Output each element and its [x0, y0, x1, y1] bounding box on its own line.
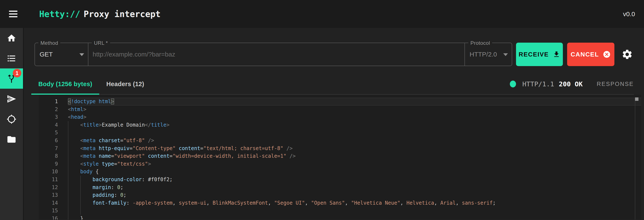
line-number[interactable]: 1: [39, 98, 68, 106]
line-number[interactable]: 7: [39, 144, 68, 152]
bracket-match: >: [111, 99, 114, 104]
receive-button[interactable]: RECEIVE: [516, 43, 563, 66]
code-line[interactable]: 6 <meta charset="utf-8" />: [39, 137, 641, 144]
method-select[interactable]: Method GET: [34, 43, 88, 66]
line-number[interactable]: 13: [39, 191, 68, 199]
indent-guide: [80, 191, 81, 199]
code-line[interactable]: 5: [39, 129, 641, 137]
line-number[interactable]: 8: [39, 152, 68, 160]
code-text[interactable]: font-family: -apple-system, system-ui, B…: [68, 199, 641, 207]
code-token: type: [102, 161, 114, 167]
code-token: 0: [120, 192, 123, 198]
method-label: Method: [38, 40, 60, 46]
code-line[interactable]: 9 <style type="text/css">: [39, 160, 641, 168]
indent-guide: [68, 121, 68, 129]
code-text[interactable]: <head>: [68, 113, 641, 121]
line-number[interactable]: 11: [39, 176, 68, 183]
code-line[interactable]: 14 font-family: -apple-system, system-ui…: [39, 199, 641, 207]
method-value: GET: [40, 51, 53, 58]
code-line[interactable]: 2<html>: [39, 106, 641, 113]
indent-guide: [68, 168, 68, 176]
code-text[interactable]: <title>Example Domain</title>: [68, 121, 641, 129]
line-number[interactable]: 10: [39, 168, 68, 176]
sidebar-item-proxy-logs[interactable]: [0, 48, 23, 68]
code-text[interactable]: body {: [68, 168, 641, 176]
protocol-select[interactable]: Protocol HTTP/2.0: [464, 43, 512, 66]
code-token: [99, 161, 102, 167]
settings-button[interactable]: [620, 43, 634, 66]
code-token: "text/html; charset=utf-8": [204, 145, 284, 151]
line-number[interactable]: 4: [39, 121, 68, 129]
code-line[interactable]: 15: [39, 207, 641, 215]
line-number[interactable]: 9: [39, 160, 68, 168]
indent-guide: [68, 215, 68, 219]
code-token: meta: [83, 137, 96, 143]
code-text[interactable]: [68, 207, 641, 215]
code-token: html: [71, 106, 83, 112]
code-token: meta: [83, 145, 96, 151]
code-text[interactable]: <html>: [68, 106, 641, 113]
code-token: [68, 122, 80, 128]
response-body-editor[interactable]: 1<!doctype html>2<html>3<head>4 <title>E…: [39, 95, 641, 219]
overview-ruler[interactable]: [635, 98, 635, 219]
code-lines: 1<!doctype html>2<html>3<head>4 <title>E…: [39, 98, 641, 219]
code-token: [96, 137, 98, 143]
code-token: ,: [345, 200, 351, 206]
code-token: Example Domain: [102, 122, 145, 128]
line-number[interactable]: 15: [39, 207, 68, 215]
menu-icon[interactable]: [9, 11, 18, 17]
code-token: padding: [93, 192, 114, 198]
code-text[interactable]: <!doctype html>: [68, 98, 641, 106]
url-input[interactable]: [93, 51, 459, 58]
gear-icon: [622, 49, 633, 60]
code-token: system-ui: [179, 200, 206, 206]
code-token: =: [200, 145, 203, 151]
sidebar-item-scope[interactable]: [0, 109, 23, 129]
indent-guide: [68, 176, 68, 183]
code-text[interactable]: <meta name="viewport" content="width=dev…: [68, 152, 641, 160]
version-label: v0.0: [623, 11, 635, 18]
code-line[interactable]: 16 }: [39, 215, 641, 219]
code-line[interactable]: 7 <meta http-equiv="Content-type" conten…: [39, 144, 641, 152]
code-token: BlinkMacSystemFont: [212, 200, 268, 206]
code-text[interactable]: [68, 129, 641, 137]
line-number[interactable]: 3: [39, 113, 68, 121]
code-line[interactable]: 13 padding: 0;: [39, 191, 641, 199]
code-token: {: [93, 169, 99, 175]
line-number[interactable]: 16: [39, 215, 68, 219]
sidebar-item-proxy-intercept[interactable]: 1: [0, 68, 23, 89]
tab-headers[interactable]: Headers (12): [99, 74, 151, 94]
code-line[interactable]: 11 background-color: #f0f0f2;: [39, 176, 641, 183]
send-icon: [6, 94, 16, 104]
line-number[interactable]: 12: [39, 183, 68, 191]
code-line[interactable]: 4 <title>Example Domain</title>: [39, 121, 641, 129]
code-text[interactable]: }: [68, 215, 641, 219]
tab-body[interactable]: Body (1256 bytes): [31, 74, 99, 94]
code-text[interactable]: <meta charset="utf-8" />: [68, 137, 641, 144]
code-line[interactable]: 12 margin: 0;: [39, 183, 641, 191]
code-token: ,: [206, 200, 212, 206]
code-line[interactable]: 8 <meta name="viewport" content="width=d…: [39, 152, 641, 160]
sidebar-item-sender[interactable]: [0, 89, 23, 109]
code-text[interactable]: <meta http-equiv="Content-type" content=…: [68, 144, 641, 152]
cancel-button[interactable]: CANCEL: [567, 43, 614, 66]
code-token: margin: [93, 184, 111, 190]
code-text[interactable]: <style type="text/css">: [68, 160, 641, 168]
sidebar-item-home[interactable]: [0, 28, 23, 48]
line-number[interactable]: 2: [39, 106, 68, 113]
code-text[interactable]: margin: 0;: [68, 183, 641, 191]
code-line[interactable]: 10 body {: [39, 168, 641, 176]
code-text[interactable]: background-color: #f0f0f2;: [68, 176, 641, 183]
line-number[interactable]: 6: [39, 137, 68, 144]
code-token: ;: [123, 192, 126, 198]
scrollbar-thumb[interactable]: [635, 97, 638, 101]
sidebar-item-projects[interactable]: [0, 129, 23, 149]
code-token: ;: [120, 184, 123, 190]
code-line[interactable]: 3<head>: [39, 113, 641, 121]
code-text[interactable]: padding: 0;: [68, 191, 641, 199]
code-line[interactable]: 1<!doctype html>: [39, 98, 641, 106]
code-token: <: [80, 137, 83, 143]
line-number[interactable]: 5: [39, 129, 68, 137]
line-number[interactable]: 14: [39, 199, 68, 207]
page-title: Hetty:// Proxy intercept: [39, 9, 160, 19]
